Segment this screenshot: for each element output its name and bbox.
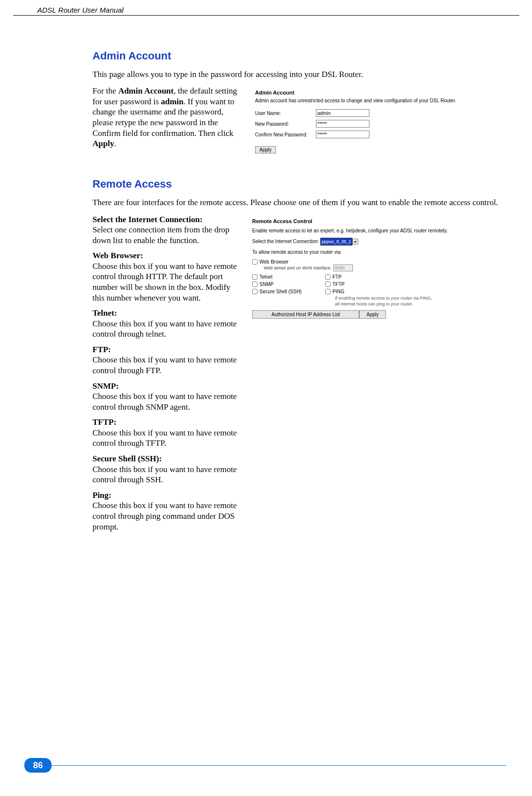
def-title: Web Browser: (92, 251, 143, 260)
ftp-label: FTP (332, 274, 342, 280)
def-body: Choose this box if you want to have remo… (92, 262, 237, 303)
select-connection-label: Select the Internet Connection: (252, 239, 319, 244)
shot-title: Admin Account (255, 90, 503, 95)
confirm-password-label: Confirm New Password: (255, 132, 316, 137)
def-title: SNMP: (92, 381, 119, 391)
web-browser-label: Web Browser (259, 259, 289, 265)
ping-checkbox[interactable] (325, 289, 330, 294)
select-connection-dropdown[interactable]: pppoe_8_35_1 (320, 238, 352, 246)
def-title: Secure Shell (SSH): (92, 454, 162, 463)
def-body: Choose this box if you want to have remo… (92, 501, 237, 531)
def-title: Ping: (92, 491, 111, 500)
ping-note-line2: all Internet hosts can ping to your rout… (335, 302, 413, 306)
snmp-checkbox[interactable] (252, 282, 257, 287)
web-port-field[interactable] (333, 265, 353, 271)
page-number: 86 (24, 758, 52, 773)
telnet-checkbox[interactable] (252, 274, 257, 280)
page-header: ADSL Router User Manual (13, 0, 519, 16)
section-heading-remote: Remote Access (92, 178, 506, 190)
telnet-label: Telnet (259, 274, 273, 280)
shot-desc: Admin account has unrestricted access to… (255, 97, 503, 104)
ftp-checkbox[interactable] (325, 274, 330, 280)
ssh-checkbox[interactable] (252, 289, 257, 294)
text-bold: Apply (92, 139, 114, 148)
web-browser-checkbox[interactable] (252, 259, 257, 265)
confirm-password-field[interactable] (316, 131, 369, 138)
shot-desc: Enable remote access to let an expert, e… (252, 227, 506, 235)
username-field[interactable] (316, 109, 369, 117)
def-body: Choose this box if you want to have remo… (92, 319, 237, 339)
admin-screenshot: Admin Account Admin account has unrestri… (252, 86, 506, 155)
def-body: Choose this box if you want to have remo… (92, 428, 237, 448)
apply-button[interactable]: Apply (359, 310, 386, 319)
new-password-field[interactable] (316, 120, 369, 128)
text: . (114, 139, 116, 148)
def-title: FTP: (92, 345, 111, 354)
apply-button[interactable]: Apply (255, 146, 276, 153)
def-title: TFTP: (92, 417, 116, 427)
text-bold: admin (161, 97, 183, 106)
text-bold: Admin Account (118, 86, 174, 95)
ping-label: PING (332, 289, 344, 294)
snmp-label: SNMP (259, 282, 274, 287)
text: For the (92, 86, 118, 95)
new-password-label: New Password: (255, 121, 316, 127)
remote-intro: There are four interfaces for the remote… (92, 197, 506, 208)
tftp-label: TFTP (332, 282, 345, 287)
def-title: Select the Internet Connection: (92, 215, 202, 224)
admin-intro: This page allows you to type in the pass… (92, 69, 506, 79)
allow-text: To allow remote access to your router vi… (252, 248, 506, 256)
def-body: Choose this box if you want to have remo… (92, 392, 237, 412)
ping-note-line1: If enabling remote access to your router… (335, 296, 432, 301)
tftp-checkbox[interactable] (325, 282, 330, 287)
username-label: User Name: (255, 111, 316, 116)
def-body: Choose this box if you want to have remo… (92, 355, 237, 375)
web-port-label: Web server port on WAN interface: (264, 265, 331, 270)
remote-screenshot: Remote Access Control Enable remote acce… (252, 214, 506, 321)
def-title: Telnet: (92, 308, 117, 318)
remote-definitions: Select the Internet Connection:Select on… (92, 214, 243, 537)
ssh-label: Secure Shell (SSH) (259, 289, 302, 294)
def-body: Choose this box if you want to have remo… (92, 465, 237, 485)
shot-title: Remote Access Control (252, 218, 506, 224)
admin-paragraph: For the Admin Account, the default setti… (92, 86, 243, 149)
chevron-down-icon[interactable]: ▾ (352, 239, 358, 245)
def-body: Select one connection item from the drop… (92, 225, 229, 245)
section-heading-admin: Admin Account (92, 50, 506, 62)
authorized-host-list-button[interactable]: Authorized Host IP Address List (252, 310, 359, 319)
